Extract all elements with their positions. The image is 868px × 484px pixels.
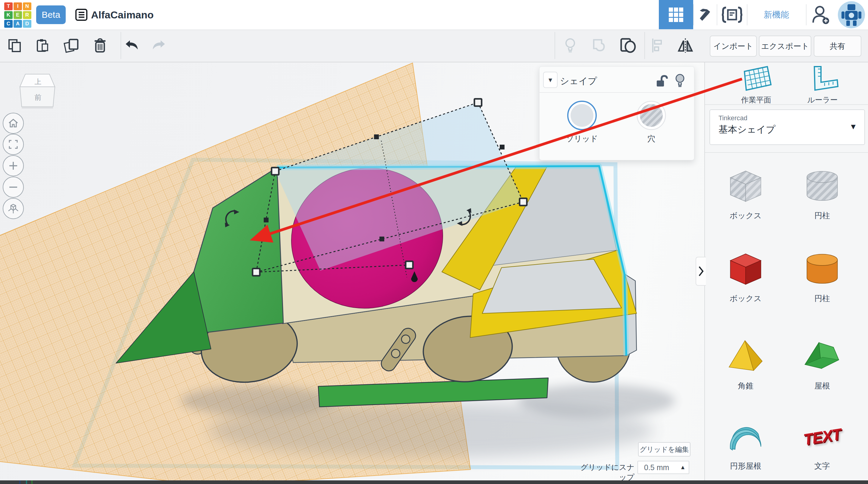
shape-hole-box[interactable]: ボックス — [712, 167, 779, 221]
design-title[interactable]: AlfaCaimano — [91, 9, 154, 21]
align-button[interactable] — [647, 30, 668, 61]
shape-cylinder[interactable]: 円柱 — [789, 249, 855, 304]
mirror-icon — [677, 38, 694, 53]
perspective-cube-icon — [8, 203, 19, 214]
divider — [644, 32, 645, 59]
logo-tile: T — [4, 2, 13, 10]
home-icon — [8, 118, 19, 128]
solid-option[interactable] — [567, 100, 597, 132]
collapse-sidebar-button[interactable] — [695, 257, 706, 286]
design-menu-icon[interactable] — [72, 0, 90, 30]
delete-button[interactable] — [91, 30, 109, 61]
workplane-label: 作業平面 — [726, 95, 786, 105]
snap-grid-value: 0.5 mm — [644, 463, 669, 472]
solid-option-label: ソリッド — [552, 133, 612, 144]
avatar[interactable] — [838, 1, 865, 28]
group-icon — [591, 38, 607, 53]
snap-grid-select[interactable]: 0.5 mm ▴ — [638, 461, 689, 474]
logo-tile: N — [23, 2, 31, 10]
zoom-out-button[interactable] — [3, 177, 24, 198]
workplane-icon — [740, 65, 773, 94]
edit-grid-button[interactable]: グリッドを編集 — [638, 442, 690, 457]
view-cube-front-label[interactable]: 前 — [17, 93, 59, 102]
text-shape-glyph: TEXT — [803, 425, 841, 449]
ruler-tool[interactable]: ルーラー — [792, 65, 852, 105]
minus-icon — [8, 182, 18, 192]
ruler-label: ルーラー — [792, 95, 852, 105]
shape-label: 屋根 — [789, 381, 855, 391]
divider — [555, 32, 555, 59]
lock-button[interactable] — [655, 74, 668, 90]
fit-view-icon — [8, 140, 18, 149]
robot-avatar-image — [841, 3, 862, 27]
duplicate-button[interactable] — [62, 30, 81, 61]
show-all-button[interactable] — [560, 30, 581, 61]
import-button[interactable]: インポート — [710, 36, 757, 57]
shape-label: 角錐 — [712, 381, 779, 391]
tinkercad-editor: T I N K E R C A D Beta AlfaCaimano — [0, 0, 868, 484]
workplane-tool[interactable]: 作業平面 — [726, 65, 786, 105]
logo-tile: A — [13, 20, 22, 28]
chevron-right-icon — [698, 266, 704, 276]
logo-tile: K — [4, 11, 13, 19]
shape-text[interactable]: TEXT 文字 — [789, 417, 855, 471]
ungroup-button[interactable] — [617, 30, 639, 61]
shape-roof[interactable]: 屋根 — [789, 337, 855, 391]
blocks-mode-button[interactable] — [659, 0, 693, 29]
mirror-button[interactable] — [674, 30, 697, 61]
codeblocks-button[interactable] — [717, 0, 747, 30]
edit-toolbar: インポート エクスポート 共有 — [0, 30, 868, 62]
hide-button[interactable] — [675, 73, 685, 90]
tooltip-strip — [0, 480, 868, 484]
undo-button[interactable] — [122, 30, 142, 61]
divider — [121, 32, 121, 59]
export-button[interactable]: エクスポート — [759, 36, 811, 57]
codeblocks-icon — [721, 6, 743, 23]
fit-view-button[interactable] — [3, 134, 24, 155]
snap-grid-label: グリッドにスナップ — [574, 462, 634, 482]
copy-button[interactable] — [6, 30, 24, 61]
divider — [705, 104, 868, 105]
new-features-link[interactable]: 新機能 — [747, 0, 805, 30]
shape-label: 円柱 — [789, 210, 855, 221]
app-header: T I N K E R C A D Beta AlfaCaimano — [0, 0, 868, 30]
divider — [806, 4, 807, 25]
shape-label: 円柱 — [789, 293, 855, 304]
hole-option-label: 穴 — [621, 133, 681, 144]
shape-library-select[interactable]: Tinkercad 基本シェイプ ▼ — [710, 110, 865, 145]
caret-up-icon: ▴ — [681, 463, 684, 471]
view-cube-top-label[interactable]: 上 — [17, 77, 59, 87]
logo-tile: R — [23, 11, 31, 19]
logo-tile: D — [23, 20, 31, 28]
view-cube[interactable]: 上 前 — [17, 70, 59, 112]
plus-icon — [8, 161, 18, 171]
shape-label: ボックス — [712, 293, 779, 304]
share-button[interactable]: 共有 — [814, 36, 861, 57]
logo-tile: C — [4, 20, 13, 28]
home-view-button[interactable] — [3, 113, 24, 134]
zoom-in-button[interactable] — [3, 155, 24, 176]
hole-option[interactable] — [636, 100, 666, 132]
shape-label: 文字 — [789, 461, 855, 471]
align-icon — [650, 38, 664, 53]
group-button[interactable] — [588, 30, 610, 61]
blocks-grid-icon — [668, 7, 684, 23]
shape-round-roof[interactable]: 円形屋根 — [712, 417, 779, 471]
library-name: 基本シェイプ — [718, 123, 775, 136]
lightbulb-icon — [564, 38, 576, 53]
shape-hole-cylinder[interactable]: 円柱 — [789, 167, 855, 221]
person-plus-icon — [812, 5, 830, 24]
pickaxe-icon — [697, 6, 714, 23]
collapse-inspector-button[interactable]: ▾ — [543, 72, 558, 88]
paste-button[interactable] — [34, 30, 51, 61]
redo-button[interactable] — [149, 30, 169, 61]
ruler-icon — [806, 65, 839, 94]
shapes-sidebar: 作業平面 ルーラー Tinkercad 基本シェイプ ▼ ボックス 円柱 ボック… — [704, 62, 868, 480]
tinkercad-logo[interactable]: T I N K E R C A D — [4, 2, 33, 28]
minecraft-export-button[interactable] — [694, 0, 717, 30]
beta-badge[interactable]: Beta — [36, 5, 66, 24]
shape-box[interactable]: ボックス — [712, 249, 779, 304]
shape-pyramid[interactable]: 角錐 — [712, 337, 779, 391]
perspective-toggle-button[interactable] — [3, 198, 24, 219]
add-user-button[interactable] — [807, 0, 835, 30]
